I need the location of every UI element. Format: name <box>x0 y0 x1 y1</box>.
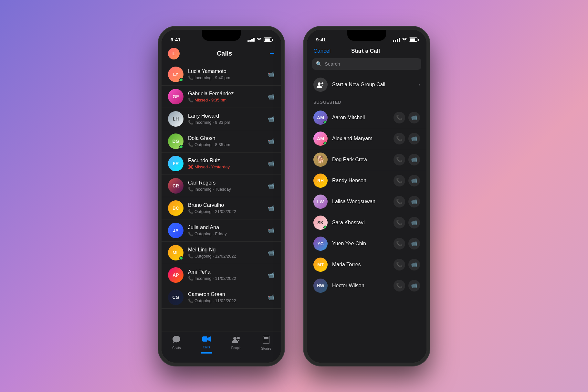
call-action-icon[interactable]: 📹 <box>268 115 275 122</box>
user-avatar[interactable]: L <box>168 48 180 59</box>
tab-calls-label: Calls <box>203 345 210 349</box>
call-name: Cameron Green <box>188 291 263 297</box>
call-action-icon[interactable]: 📹 <box>268 249 275 256</box>
contact-sara[interactable]: SK Sara Khosravi 📞 📹 <box>307 212 426 233</box>
audio-call-button-lalisa[interactable]: 📞 <box>394 196 405 207</box>
call-item-dola[interactable]: DG Dola Ghosh 📞Outgoing · 8:35 am 📹 <box>162 130 281 153</box>
call-action-icon[interactable]: 📹 <box>268 294 275 301</box>
avatar-aaron: AM <box>313 111 328 125</box>
call-action-icon[interactable]: 📹 <box>268 71 275 78</box>
call-action-icon[interactable]: 📹 <box>268 138 275 145</box>
contact-alex[interactable]: AM Alex and Maryam 📞 📹 <box>307 128 426 149</box>
start-call-header: Cancel Start a Call <box>307 45 426 58</box>
call-action-icon[interactable]: 📹 <box>268 205 275 212</box>
group-call-label: Start a New Group Call <box>332 82 414 88</box>
signal-icon-1 <box>247 38 255 42</box>
video-call-button-maria[interactable]: 📹 <box>408 259 420 270</box>
video-call-button-aaron[interactable]: 📹 <box>408 112 420 123</box>
status-icons-1 <box>247 37 272 42</box>
call-actions-dog-park: 📞 📹 <box>394 154 420 165</box>
svg-rect-0 <box>202 336 207 342</box>
audio-call-button-yuen[interactable]: 📞 <box>394 238 405 249</box>
people-icon <box>232 336 241 345</box>
call-item-mei[interactable]: ML Mei Ling Ng 📞Outgoing · 12/02/2022 📹 <box>162 242 281 264</box>
video-call-button-yuen[interactable]: 📹 <box>408 238 420 249</box>
call-item-carl[interactable]: CR Carl Rogers 📞Incoming · Tuesday 📹 <box>162 175 281 197</box>
contact-hector[interactable]: HW Hector Wilson 📞 📹 <box>307 275 426 296</box>
call-item-bruno[interactable]: BC Bruno Carvalho 📞Outgoing · 21/02/2022… <box>162 197 281 219</box>
call-name: Mei Ling Ng <box>188 247 263 253</box>
call-item-julia[interactable]: JA Julia and Ana 📞Outgoing · Friday 📹 <box>162 219 281 242</box>
video-call-button-sara[interactable]: 📹 <box>408 217 420 228</box>
avatar-gabriela: GF <box>168 89 184 104</box>
contact-lalisa[interactable]: LW Lalisa Wongsuwan 📞 📹 <box>307 191 426 212</box>
call-info-mei: Mei Ling Ng 📞Outgoing · 12/02/2022 <box>188 247 263 259</box>
avatar-mei: ML <box>168 245 184 260</box>
audio-call-button-randy[interactable]: 📞 <box>394 175 405 186</box>
svg-rect-5 <box>264 338 268 339</box>
status-icons-2 <box>393 37 417 42</box>
status-time-2: 9:41 <box>316 37 326 42</box>
call-item-facundo[interactable]: FR Facundo Ruiz ❌Missed · Yesterday 📹 <box>162 153 281 175</box>
call-detail: 📞Outgoing · 21/02/2022 <box>188 209 263 214</box>
tab-stories[interactable]: Stories <box>251 336 281 354</box>
call-actions-aaron: 📞 📹 <box>394 112 420 123</box>
search-bar[interactable]: 🔍 Search <box>312 58 421 70</box>
call-item-lucie[interactable]: LY Lucie Yamamoto 📞Incoming · 9:40 pm 📹 <box>162 63 281 86</box>
contact-yuen[interactable]: YC Yuen Yee Chin 📞 📹 <box>307 233 426 254</box>
contact-name-alex: Alex and Maryam <box>332 136 389 142</box>
audio-call-button-dog[interactable]: 📞 <box>394 154 405 165</box>
contact-name-dog-park: Dog Park Crew <box>332 157 389 163</box>
video-call-button-dog[interactable]: 📹 <box>408 154 420 165</box>
audio-call-button-hector[interactable]: 📞 <box>394 280 405 291</box>
tab-people[interactable]: People <box>221 336 251 354</box>
contact-randy[interactable]: RH Randy Henson 📞 📹 <box>307 170 426 191</box>
tab-calls[interactable]: Calls <box>192 336 222 354</box>
call-actions-sara: 📞 📹 <box>394 217 420 228</box>
calls-header: L Calls + <box>162 45 281 63</box>
avatar-lucie: LY <box>168 67 184 82</box>
call-detail: 📞Incoming · 11/02/2022 <box>188 276 263 281</box>
contact-maria[interactable]: MT Maria Torres 📞 📹 <box>307 254 426 275</box>
video-call-button-alex[interactable]: 📹 <box>408 133 420 144</box>
contact-dog-park[interactable]: 🐕 Dog Park Crew 📞 📹 <box>307 149 426 170</box>
contact-aaron[interactable]: AM Aaron Mitchell 📞 📹 <box>307 107 426 128</box>
audio-call-button-alex[interactable]: 📞 <box>394 133 405 144</box>
call-name: Larry Howard <box>188 113 263 119</box>
contact-name-lalisa: Lalisa Wongsuwan <box>332 199 389 205</box>
audio-call-button-sara[interactable]: 📞 <box>394 217 405 228</box>
wifi-icon-1 <box>257 37 262 42</box>
call-item-gabriela[interactable]: GF Gabriela Fernández 📞Missed · 9:35 pm … <box>162 86 281 108</box>
call-detail-missed: 📞Missed · 9:35 pm <box>188 98 263 102</box>
call-actions-lalisa: 📞 📹 <box>394 196 420 207</box>
video-call-button-lalisa[interactable]: 📹 <box>408 196 420 207</box>
audio-call-button-maria[interactable]: 📞 <box>394 259 405 270</box>
avatar-alex: AM <box>313 132 328 146</box>
video-call-button-hector[interactable]: 📹 <box>408 280 420 291</box>
call-action-icon[interactable]: 📹 <box>268 227 275 234</box>
cancel-button[interactable]: Cancel <box>313 48 331 54</box>
call-name: Ami Peña <box>188 269 263 275</box>
audio-call-button-aaron[interactable]: 📞 <box>394 112 405 123</box>
call-detail: 📞Outgoing · 8:35 am <box>188 142 263 147</box>
call-actions-alex: 📞 📹 <box>394 133 420 144</box>
start-group-call-row[interactable]: Start a New Group Call › <box>307 74 426 96</box>
avatar-yuen: YC <box>313 237 328 251</box>
avatar-sara: SK <box>313 216 328 230</box>
svg-rect-6 <box>264 340 267 340</box>
add-call-button[interactable]: + <box>269 49 275 58</box>
call-name: Dola Ghosh <box>188 135 263 141</box>
call-action-icon[interactable]: 📹 <box>268 93 275 100</box>
suggested-contacts-list: AM Aaron Mitchell 📞 📹 AM Alex and Maryam… <box>307 107 426 363</box>
call-action-icon[interactable]: 📹 <box>268 271 275 279</box>
tab-chats[interactable]: Chats <box>162 336 192 354</box>
call-action-icon[interactable]: 📹 <box>268 182 275 189</box>
call-action-icon[interactable]: 📹 <box>268 160 275 167</box>
call-item-ami[interactable]: AP Ami Peña 📞Incoming · 11/02/2022 📹 <box>162 264 281 286</box>
call-item-larry[interactable]: LH Larry Howard 📞Incoming · 9:33 pm 📹 <box>162 108 281 130</box>
start-call-title: Start a Call <box>351 48 380 54</box>
avatar-facundo: FR <box>168 156 184 171</box>
call-item-cameron[interactable]: CG Cameron Green 📞Outgoing · 11/02/2022 … <box>162 286 281 309</box>
avatar-lalisa: LW <box>313 195 328 209</box>
video-call-button-randy[interactable]: 📹 <box>408 175 420 186</box>
